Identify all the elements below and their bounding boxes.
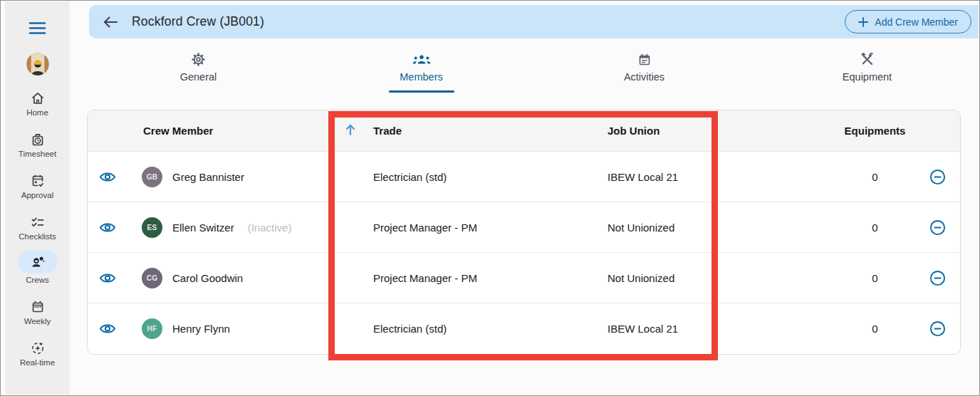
- sidebar-item-label: Home: [26, 108, 48, 117]
- remove-member-button[interactable]: [914, 169, 960, 185]
- member-name: Ellen Switzer: [172, 222, 234, 234]
- table-row: HF Henry Flynn Electrician (std) IBEW Lo…: [88, 303, 960, 354]
- checklists-icon: [31, 214, 45, 229]
- sidebar-item-label: Timesheet: [19, 150, 56, 158]
- crew-member-cell: HF Henry Flynn: [127, 318, 323, 339]
- table-row: CG Carol Goodwin Project Manager - PM No…: [88, 253, 960, 303]
- tab-label: Activities: [624, 71, 664, 83]
- view-member-button[interactable]: [88, 222, 127, 234]
- minus-circle-icon: [929, 219, 946, 236]
- minus-circle-icon: [929, 270, 946, 286]
- crew-member-cell: GB Greg Bannister: [127, 167, 323, 187]
- sidebar-item-weekly[interactable]: Weekly: [5, 299, 70, 325]
- user-avatar[interactable]: [26, 53, 49, 75]
- job-union-cell: Not Unionized: [558, 222, 757, 234]
- trade-cell: Project Manager - PM: [323, 222, 558, 234]
- remove-member-button[interactable]: [914, 321, 960, 337]
- member-avatar: CG: [142, 268, 162, 288]
- equipments-count: 0: [757, 222, 914, 234]
- sidebar-item-approval[interactable]: Approval: [5, 173, 70, 199]
- sidebar-item-timesheet[interactable]: Timesheet: [5, 132, 70, 158]
- trade-cell: Electrician (std): [323, 171, 558, 183]
- group-icon: [412, 52, 431, 67]
- column-header-equipments[interactable]: Equipments: [757, 125, 914, 137]
- members-table: Crew Member Trade Job Union Equipments: [87, 110, 961, 355]
- trade-cell: Project Manager - PM: [323, 272, 558, 284]
- member-name: Carol Goodwin: [172, 272, 243, 284]
- realtime-icon: [31, 340, 45, 355]
- job-union-cell: Not Unionized: [558, 272, 757, 284]
- app-window: Home Timesheet Approval: [0, 0, 980, 396]
- sort-ascending-icon[interactable]: [345, 123, 356, 138]
- equipments-count: 0: [757, 323, 914, 335]
- minus-circle-icon: [929, 169, 946, 185]
- back-arrow-icon[interactable]: [100, 12, 120, 32]
- equipments-count: 0: [757, 272, 914, 284]
- tab-members[interactable]: Members: [310, 44, 533, 93]
- sidebar-item-label: Crews: [26, 276, 49, 284]
- tab-general[interactable]: General: [87, 44, 310, 93]
- add-crew-member-button[interactable]: Add Crew Member: [845, 10, 971, 33]
- table-row: GB Greg Bannister Electrician (std) IBEW…: [88, 152, 960, 202]
- column-header-trade[interactable]: Trade: [323, 123, 558, 138]
- sidebar-item-label: Real-time: [20, 358, 55, 367]
- sidebar: Home Timesheet Approval: [1, 1, 70, 395]
- table-header-row: Crew Member Trade Job Union Equipments: [88, 110, 960, 152]
- member-avatar: HF: [142, 318, 162, 339]
- member-name: Greg Bannister: [172, 171, 244, 183]
- remove-member-button[interactable]: [914, 219, 960, 236]
- eye-icon: [99, 272, 116, 284]
- tab-activities[interactable]: Activities: [533, 44, 756, 93]
- tools-icon: [860, 52, 875, 67]
- member-status: (Inactive): [248, 222, 292, 234]
- sidebar-item-label: Checklists: [19, 232, 56, 241]
- tab-label: Equipment: [843, 71, 892, 83]
- crew-member-cell: CG Carol Goodwin: [127, 268, 323, 288]
- sidebar-item-realtime[interactable]: Real-time: [5, 340, 70, 367]
- page-header: Rockford Crew (JB001) Add Crew Member: [89, 5, 979, 38]
- table-row: ES Ellen Switzer (Inactive) Project Mana…: [88, 202, 960, 253]
- crew-member-cell: ES Ellen Switzer (Inactive): [127, 217, 323, 238]
- plus-icon: [858, 17, 868, 27]
- member-avatar: GB: [142, 167, 162, 187]
- sidebar-item-label: Weekly: [24, 317, 51, 325]
- approval-icon: [31, 173, 45, 188]
- eye-icon: [99, 222, 116, 234]
- equipments-count: 0: [757, 171, 914, 183]
- eye-icon: [99, 323, 116, 335]
- job-union-cell: IBEW Local 21: [558, 323, 757, 335]
- crews-icon: [18, 250, 58, 273]
- view-member-button[interactable]: [88, 272, 127, 284]
- remove-member-button[interactable]: [914, 270, 960, 286]
- column-header-crew-member[interactable]: Crew Member: [127, 125, 323, 137]
- tab-equipment[interactable]: Equipment: [756, 44, 979, 93]
- view-member-button[interactable]: [88, 171, 127, 183]
- tab-label: Members: [400, 71, 442, 83]
- job-union-cell: IBEW Local 21: [558, 171, 757, 183]
- gear-icon: [191, 52, 206, 67]
- column-header-job-union[interactable]: Job Union: [558, 125, 757, 137]
- menu-hamburger-icon[interactable]: [28, 21, 46, 38]
- sidebar-item-home[interactable]: Home: [5, 90, 70, 117]
- sidebar-item-checklists[interactable]: Checklists: [5, 214, 70, 241]
- sidebar-item-label: Approval: [21, 191, 53, 199]
- eye-icon: [99, 171, 116, 183]
- timesheet-icon: [31, 132, 45, 147]
- main-content: Rockford Crew (JB001) Add Crew Member: [70, 1, 979, 395]
- weekly-icon: [31, 299, 45, 314]
- event-icon: [637, 52, 652, 67]
- member-name: Henry Flynn: [172, 323, 230, 335]
- tab-label: General: [180, 71, 217, 83]
- trade-cell: Electrician (std): [323, 323, 558, 335]
- sidebar-item-crews[interactable]: Crews: [5, 250, 70, 284]
- view-member-button[interactable]: [88, 323, 127, 335]
- page-title: Rockford Crew (JB001): [132, 14, 264, 29]
- member-avatar: ES: [142, 217, 162, 238]
- tab-bar: General Members: [87, 44, 979, 93]
- minus-circle-icon: [929, 321, 946, 337]
- home-icon: [31, 90, 45, 105]
